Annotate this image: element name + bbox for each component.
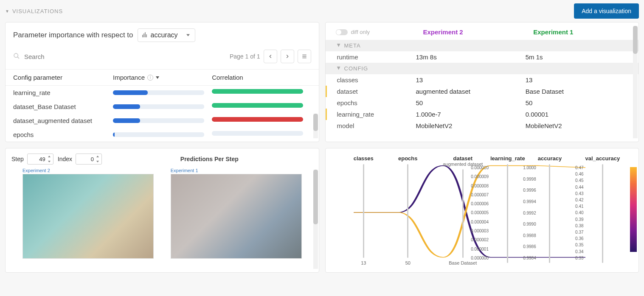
prediction-image-exp2 [22, 174, 154, 259]
param-row[interactable]: dataset_Base Dataset [6, 100, 319, 114]
pc-axis-epochs[interactable]: epochs 50 [398, 155, 418, 265]
prev-page-button[interactable] [264, 50, 277, 63]
row-key: learning_rate [337, 111, 416, 118]
pc-axis-learning-rate[interactable]: learning_rate 0.0000100.0000090.0000080.… [490, 155, 525, 265]
sort-desc-icon [156, 76, 159, 79]
param-row[interactable]: dataset_augmented dataset [6, 114, 319, 128]
param-row[interactable]: epochs [6, 128, 319, 142]
param-name: dataset_Base Dataset [13, 103, 113, 110]
compare-row: epochs5050 [326, 97, 639, 109]
row-val-exp2: 13m 8s [416, 53, 526, 61]
row-key: classes [337, 76, 416, 84]
predictions-card: Step 49 Index 0 Predictions Per Step Exp… [5, 148, 319, 273]
axis-tick-bot: 13 [361, 260, 366, 265]
axis-tick-bot: 50 [405, 260, 411, 265]
experiment-2-header[interactable]: Experiment 2 [423, 28, 525, 36]
row-val-exp1: 13 [526, 76, 635, 84]
search-icon [13, 53, 20, 61]
row-val-exp1: 5m 1s [526, 53, 635, 61]
step-label: Step [11, 156, 24, 162]
info-icon[interactable]: i [147, 75, 153, 81]
svg-point-4 [14, 53, 18, 57]
row-key: runtime [337, 53, 416, 61]
row-key: model [337, 122, 416, 129]
next-page-button[interactable] [281, 50, 294, 63]
svg-rect-1 [143, 34, 144, 37]
compare-row: datasetaugmented datasetBase Dataset [326, 86, 639, 97]
axis-label: accuracy [538, 155, 562, 162]
row-val-exp1: MobileNetV2 [526, 122, 635, 129]
diff-only-toggle[interactable] [336, 29, 348, 35]
chevron-down-icon: ▶ [337, 67, 341, 70]
svg-rect-2 [145, 32, 146, 37]
section-header: ▼ VISUALIZATIONS Add a visualization [0, 0, 644, 22]
row-val-exp2: 1.000e-7 [416, 111, 526, 118]
experiment-compare-card: diff only Experiment 2 Experiment 1 ▶ ME… [325, 22, 639, 142]
axis-label: val_accuracy [585, 155, 620, 162]
svg-rect-0 [142, 35, 143, 37]
color-scale [630, 167, 637, 252]
row-val-exp2: MobileNetV2 [416, 122, 526, 129]
param-row[interactable]: learning_rate [6, 86, 319, 100]
row-val-exp1: Base Dataset [526, 88, 635, 95]
metric-value: accuracy [151, 31, 178, 39]
row-val-exp2: augmented dataset [416, 88, 526, 95]
parameter-importance-card: Parameter importance with respect to acc… [5, 22, 319, 142]
section-meta[interactable]: ▶ META [326, 40, 639, 51]
parallel-coords-card: classes 13 epochs 50 dataset augmented d… [325, 148, 639, 273]
param-name: learning_rate [13, 89, 113, 96]
page-text: Page 1 of 1 [230, 53, 260, 60]
param-name: epochs [13, 131, 113, 138]
axis-label: learning_rate [490, 155, 525, 162]
param-name: dataset_augmented dataset [13, 117, 113, 124]
bars-icon [142, 32, 147, 39]
predictions-title: Predictions Per Step [106, 156, 312, 162]
metric-select[interactable]: accuracy [138, 28, 195, 42]
pc-axis-classes[interactable]: classes 13 [354, 155, 374, 265]
axis-label: classes [354, 155, 374, 162]
compare-row: classes1313 [326, 74, 639, 86]
table-mode-button[interactable] [298, 50, 311, 63]
row-val-exp2: 13 [416, 76, 526, 84]
axis-label: dataset [453, 155, 473, 162]
row-val-exp1: 0.00001 [526, 111, 635, 118]
svg-line-5 [17, 57, 19, 59]
row-val-exp1: 50 [526, 99, 635, 106]
search-input[interactable] [24, 53, 109, 60]
step-input[interactable]: 49 [27, 154, 53, 165]
pred-exp1-label[interactable]: Experiment 1 [171, 168, 302, 173]
compare-row: modelMobileNetV2MobileNetV2 [326, 120, 639, 131]
col-config-param[interactable]: Config parameter [13, 74, 113, 81]
svg-rect-3 [146, 34, 147, 37]
section-config[interactable]: ▶ CONFIG [326, 63, 639, 74]
section-title: VISUALIZATIONS [12, 8, 63, 14]
index-input[interactable]: 0 [76, 154, 102, 165]
col-importance[interactable]: Importance i [113, 74, 212, 81]
param-title-prefix: Parameter importance with respect to [13, 31, 133, 39]
pc-axis-val-accuracy[interactable]: val_accuracy 0.470.460.450.440.430.420.4… [585, 155, 620, 265]
row-val-exp2: 50 [416, 99, 526, 106]
compare-row: runtime13m 8s5m 1s [326, 51, 639, 63]
chevron-down-icon: ▶ [337, 44, 341, 47]
compare-row: learning_rate1.000e-70.00001 [326, 109, 639, 120]
pred-exp2-label[interactable]: Experiment 2 [22, 168, 154, 173]
add-visualization-button[interactable]: Add a visualization [574, 3, 639, 19]
axis-tick-bot: Base Dataset [449, 260, 477, 265]
row-key: epochs [337, 99, 416, 106]
prediction-image-exp1 [171, 174, 302, 259]
collapse-icon[interactable]: ▼ [5, 9, 10, 14]
pc-axis-accuracy[interactable]: accuracy 1.00000.99980.99960.99940.99920… [538, 155, 562, 265]
col-correlation[interactable]: Correlation [212, 74, 311, 81]
axis-label: epochs [398, 155, 418, 162]
index-label: Index [58, 156, 72, 162]
experiment-1-header[interactable]: Experiment 1 [533, 28, 635, 36]
diff-only-label: diff only [351, 29, 406, 35]
row-key: dataset [337, 88, 416, 95]
